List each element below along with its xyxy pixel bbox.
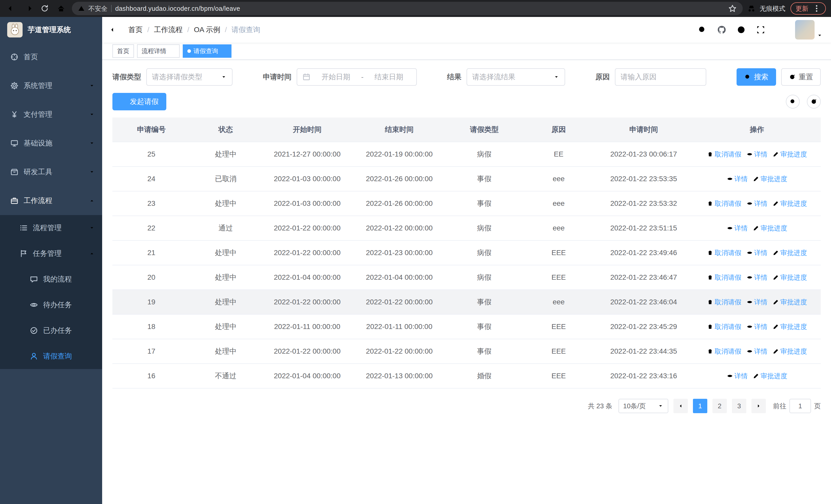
sidebar-item-home[interactable]: 首页 <box>0 42 102 71</box>
browser-home-button[interactable] <box>54 2 68 15</box>
trash-icon <box>707 274 713 280</box>
result-select[interactable]: 请选择流结果 <box>466 68 565 86</box>
sidebar-item-payment-mgmt[interactable]: 支付管理 <box>0 100 102 129</box>
pen-icon <box>773 274 779 280</box>
breadcrumb-home[interactable]: 首页 <box>128 25 143 35</box>
tab-process-detail[interactable]: 流程详情 <box>137 45 180 58</box>
pen-icon <box>753 225 759 231</box>
sidebar-item-leave-query[interactable]: 请假查询 <box>0 343 102 369</box>
cell-actions: 取消请假 详情 审批进度 <box>693 322 821 331</box>
approval-progress-link[interactable]: 审批进度 <box>773 199 807 208</box>
bookmark-star-icon[interactable] <box>728 4 737 12</box>
browser-menu-icon[interactable] <box>812 4 821 12</box>
close-icon[interactable] <box>169 48 175 54</box>
cancel-leave-link[interactable]: 取消请假 <box>707 298 741 307</box>
cancel-leave-link[interactable]: 取消请假 <box>707 347 741 356</box>
sidebar-item-workflow[interactable]: 工作流程 <box>0 186 102 215</box>
chevron-down-icon <box>89 111 95 118</box>
detail-link[interactable]: 详情 <box>747 248 768 257</box>
cell-apply-id: 19 <box>112 298 191 306</box>
cell-apply-id: 23 <box>112 199 191 208</box>
font-size-icon[interactable] <box>776 25 785 34</box>
detail-link[interactable]: 详情 <box>747 273 768 282</box>
sidebar-item-task-mgmt[interactable]: 任务管理 <box>0 241 102 266</box>
cancel-leave-link[interactable]: 取消请假 <box>707 273 741 282</box>
toolbox-icon <box>10 168 19 176</box>
approval-progress-link[interactable]: 审批进度 <box>773 273 807 282</box>
address-bar[interactable]: 不安全 dashboard.yudao.iocoder.cn/bpm/oa/le… <box>72 2 743 15</box>
table-row: 17 处理中 2022-01-22 00:00:00 2022-01-22 00… <box>112 339 821 364</box>
cell-actions: 取消请假 详情 审批进度 <box>693 347 821 356</box>
approval-progress-link[interactable]: 审批进度 <box>773 347 807 356</box>
cell-reason: EEE <box>523 249 594 257</box>
approval-progress-link[interactable]: 审批进度 <box>773 150 807 159</box>
breadcrumb-oa-example[interactable]: OA 示例 <box>194 25 221 35</box>
tab-leave-query[interactable]: 请假查询 <box>183 45 231 58</box>
detail-link[interactable]: 详情 <box>727 372 748 381</box>
create-leave-button[interactable]: 发起请假 <box>112 93 166 110</box>
reset-button[interactable]: 重置 <box>781 68 821 86</box>
cell-start-time: 2021-12-27 00:00:00 <box>261 150 353 158</box>
app-logo[interactable]: 芋道管理系统 <box>0 17 102 42</box>
approval-progress-link[interactable]: 审批进度 <box>773 248 807 257</box>
cell-start-time: 2022-01-22 00:00:00 <box>261 347 353 355</box>
reason-input[interactable] <box>621 73 700 81</box>
page-button-3[interactable]: 3 <box>732 399 746 413</box>
prev-page-button[interactable] <box>674 399 688 413</box>
page-button-1[interactable]: 1 <box>693 399 707 413</box>
breadcrumb-workflow[interactable]: 工作流程 <box>154 25 183 35</box>
next-page-button[interactable] <box>751 399 766 413</box>
sidebar-item-todo-tasks[interactable]: 待办任务 <box>0 292 102 318</box>
detail-link[interactable]: 详情 <box>727 175 748 183</box>
detail-link[interactable]: 详情 <box>747 199 768 208</box>
sidebar-collapse-button[interactable] <box>110 25 121 35</box>
sidebar-item-infrastructure[interactable]: 基础设施 <box>0 129 102 157</box>
start-date-placeholder: 开始日期 <box>314 72 358 82</box>
browser-forward-button[interactable] <box>22 2 35 15</box>
briefcase-icon <box>10 197 19 205</box>
cell-apply-id: 22 <box>112 224 191 232</box>
sidebar-item-system-mgmt[interactable]: 系统管理 <box>0 71 102 100</box>
sidebar-item-done-tasks[interactable]: 已办任务 <box>0 318 102 343</box>
detail-link[interactable]: 详情 <box>747 150 768 159</box>
browser-refresh-button[interactable] <box>38 2 51 15</box>
cancel-leave-link[interactable]: 取消请假 <box>707 199 741 208</box>
sidebar-item-dev-tools[interactable]: 研发工具 <box>0 157 102 186</box>
approval-progress-link[interactable]: 审批进度 <box>753 175 787 183</box>
approval-progress-link[interactable]: 审批进度 <box>753 224 787 233</box>
cancel-leave-link[interactable]: 取消请假 <box>707 248 741 257</box>
browser-update-button[interactable]: 更新 <box>791 2 826 14</box>
goto-page-input[interactable] <box>790 399 811 413</box>
sidebar-item-process-mgmt[interactable]: 流程管理 <box>0 215 102 241</box>
sidebar-item-my-process[interactable]: 我的流程 <box>0 266 102 292</box>
page-button-2[interactable]: 2 <box>712 399 727 413</box>
fullscreen-icon[interactable] <box>756 25 765 34</box>
approval-progress-link[interactable]: 审批进度 <box>773 322 807 331</box>
search-button[interactable]: 搜索 <box>737 68 776 86</box>
detail-link[interactable]: 详情 <box>747 322 768 331</box>
tab-home[interactable]: 首页 <box>112 45 134 58</box>
table-body: 25 处理中 2021-12-27 00:00:00 2022-01-19 00… <box>112 142 821 388</box>
user-avatar-menu[interactable] <box>795 20 823 39</box>
github-icon[interactable] <box>717 25 726 34</box>
page-size-select[interactable]: 10条/页 <box>619 399 668 413</box>
detail-link[interactable]: 详情 <box>747 298 768 307</box>
apply-time-range-picker[interactable]: 开始日期 - 结束日期 <box>297 68 417 86</box>
help-icon[interactable] <box>737 25 746 34</box>
detail-link[interactable]: 详情 <box>747 347 768 356</box>
cell-apply-time: 2022-01-22 23:46:47 <box>594 273 693 281</box>
approval-progress-link[interactable]: 审批进度 <box>773 298 807 307</box>
pen-icon <box>773 151 779 157</box>
toggle-search-icon[interactable] <box>786 95 800 109</box>
cancel-leave-link[interactable]: 取消请假 <box>707 150 741 159</box>
approval-progress-link[interactable]: 审批进度 <box>753 372 787 381</box>
detail-link[interactable]: 详情 <box>727 224 748 233</box>
close-icon[interactable] <box>221 48 227 54</box>
sidebar-menu: 首页 系统管理 支付管理 基础设施 研发工具 <box>0 42 102 504</box>
browser-back-button[interactable] <box>5 2 19 15</box>
cancel-leave-link[interactable]: 取消请假 <box>707 322 741 331</box>
search-icon[interactable] <box>697 25 707 34</box>
refresh-table-icon[interactable] <box>807 95 821 109</box>
cell-reason: EEE <box>523 273 594 281</box>
leave-type-select[interactable]: 请选择请假类型 <box>146 68 232 86</box>
